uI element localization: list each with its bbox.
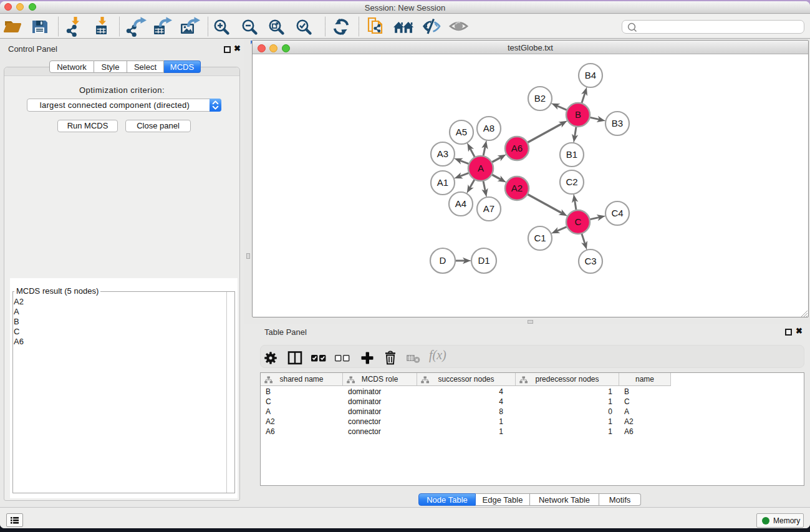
svg-text:A: A <box>478 163 484 173</box>
svg-text:A3: A3 <box>437 148 448 159</box>
svg-text:B1: B1 <box>566 149 577 160</box>
svg-text:A8: A8 <box>483 123 494 133</box>
svg-text:A6: A6 <box>511 143 523 153</box>
svg-text:A2: A2 <box>511 183 523 193</box>
svg-text:C1: C1 <box>534 233 546 243</box>
svg-text:B2: B2 <box>534 93 546 104</box>
svg-text:A1: A1 <box>437 177 448 188</box>
svg-text:D: D <box>440 255 446 266</box>
svg-text:B3: B3 <box>612 118 623 128</box>
svg-text:C2: C2 <box>566 177 577 187</box>
svg-text:C3: C3 <box>584 256 596 266</box>
svg-text:A5: A5 <box>456 127 467 137</box>
svg-text:B: B <box>575 109 581 120</box>
svg-text:C: C <box>575 216 582 227</box>
svg-text:B4: B4 <box>585 70 596 80</box>
svg-text:C4: C4 <box>611 208 623 218</box>
svg-text:D1: D1 <box>478 255 489 266</box>
svg-text:A7: A7 <box>483 203 494 214</box>
svg-text:A4: A4 <box>455 198 466 209</box>
